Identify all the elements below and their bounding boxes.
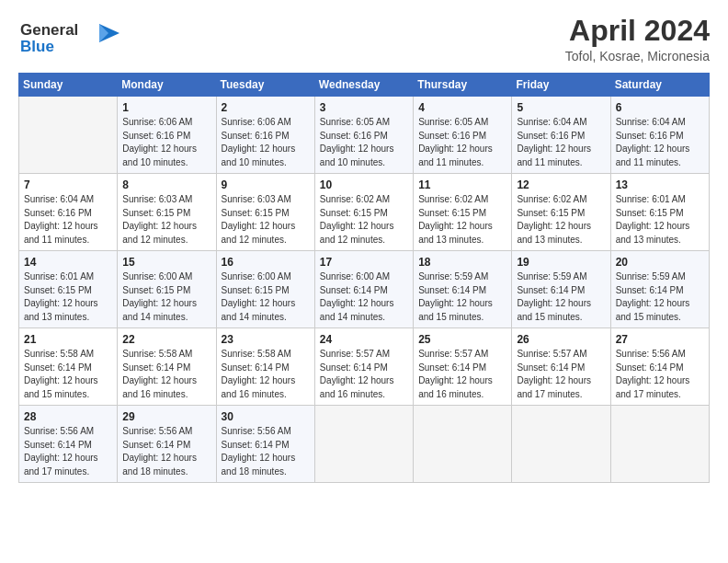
- day-number: 6: [616, 101, 704, 114]
- calendar-cell: [610, 406, 709, 483]
- day-number: 21: [24, 333, 112, 346]
- day-number: 27: [616, 333, 704, 346]
- calendar-cell: 5Sunrise: 6:04 AMSunset: 6:16 PMDaylight…: [512, 97, 610, 174]
- calendar-cell: 29Sunrise: 5:56 AMSunset: 6:14 PMDayligh…: [118, 406, 216, 483]
- day-number: 17: [320, 256, 408, 269]
- calendar-cell: 21Sunrise: 5:58 AMSunset: 6:14 PMDayligh…: [19, 328, 118, 406]
- day-detail: Sunrise: 6:04 AMSunset: 6:16 PMDaylight:…: [616, 116, 704, 169]
- calendar-cell: 11Sunrise: 6:02 AMSunset: 6:15 PMDayligh…: [414, 174, 512, 251]
- day-detail: Sunrise: 6:01 AMSunset: 6:15 PMDaylight:…: [24, 270, 112, 324]
- calendar-cell: 20Sunrise: 5:59 AMSunset: 6:14 PMDayligh…: [610, 251, 709, 328]
- calendar-cell: 22Sunrise: 5:58 AMSunset: 6:14 PMDayligh…: [118, 328, 216, 406]
- calendar-cell: 13Sunrise: 6:01 AMSunset: 6:15 PMDayligh…: [610, 174, 709, 251]
- title-block: April 2024 Tofol, Kosrae, Micronesia: [565, 15, 710, 63]
- day-detail: Sunrise: 5:56 AMSunset: 6:14 PMDaylight:…: [222, 425, 310, 478]
- day-detail: Sunrise: 6:00 AMSunset: 6:15 PMDaylight:…: [122, 270, 210, 324]
- weekday-header-sunday: Sunday: [19, 74, 118, 97]
- day-number: 11: [418, 178, 506, 191]
- day-detail: Sunrise: 5:58 AMSunset: 6:14 PMDaylight:…: [24, 348, 112, 401]
- day-number: 29: [122, 410, 210, 423]
- calendar-cell: 25Sunrise: 5:57 AMSunset: 6:14 PMDayligh…: [414, 328, 512, 406]
- day-detail: Sunrise: 5:56 AMSunset: 6:14 PMDaylight:…: [122, 425, 210, 478]
- week-row-2: 7Sunrise: 6:04 AMSunset: 6:16 PMDaylight…: [19, 174, 710, 251]
- calendar-page: General Blue April 2024 Tofol, Kosrae, M…: [0, 0, 728, 563]
- day-detail: Sunrise: 6:06 AMSunset: 6:16 PMDaylight:…: [222, 116, 310, 169]
- calendar-cell: 18Sunrise: 5:59 AMSunset: 6:14 PMDayligh…: [414, 251, 512, 328]
- day-number: 26: [517, 333, 605, 346]
- calendar-cell: [314, 406, 413, 483]
- day-number: 22: [122, 333, 210, 346]
- header: General Blue April 2024 Tofol, Kosrae, M…: [18, 15, 710, 63]
- calendar-cell: 27Sunrise: 5:56 AMSunset: 6:14 PMDayligh…: [610, 328, 709, 406]
- week-row-4: 21Sunrise: 5:58 AMSunset: 6:14 PMDayligh…: [19, 328, 710, 406]
- week-row-5: 28Sunrise: 5:56 AMSunset: 6:14 PMDayligh…: [19, 406, 710, 483]
- calendar-cell: 6Sunrise: 6:04 AMSunset: 6:16 PMDaylight…: [610, 97, 709, 174]
- day-detail: Sunrise: 6:06 AMSunset: 6:16 PMDaylight:…: [122, 116, 210, 169]
- calendar-cell: 16Sunrise: 6:00 AMSunset: 6:15 PMDayligh…: [216, 251, 314, 328]
- weekday-header-saturday: Saturday: [610, 74, 709, 97]
- day-number: 7: [24, 178, 112, 191]
- day-detail: Sunrise: 6:05 AMSunset: 6:16 PMDaylight:…: [418, 116, 506, 169]
- calendar-cell: 17Sunrise: 6:00 AMSunset: 6:14 PMDayligh…: [314, 251, 413, 328]
- calendar-cell: 7Sunrise: 6:04 AMSunset: 6:16 PMDaylight…: [19, 174, 118, 251]
- svg-text:General: General: [20, 21, 78, 39]
- day-number: 10: [320, 178, 408, 191]
- day-number: 5: [517, 101, 605, 114]
- day-detail: Sunrise: 6:04 AMSunset: 6:16 PMDaylight:…: [517, 116, 605, 169]
- week-row-3: 14Sunrise: 6:01 AMSunset: 6:15 PMDayligh…: [19, 251, 710, 328]
- main-title: April 2024: [565, 15, 710, 47]
- day-number: 19: [517, 256, 605, 269]
- calendar-cell: 15Sunrise: 6:00 AMSunset: 6:15 PMDayligh…: [118, 251, 216, 328]
- day-detail: Sunrise: 6:03 AMSunset: 6:15 PMDaylight:…: [222, 193, 310, 247]
- day-detail: Sunrise: 6:05 AMSunset: 6:16 PMDaylight:…: [320, 116, 408, 169]
- day-number: 4: [418, 101, 506, 114]
- calendar-cell: 19Sunrise: 5:59 AMSunset: 6:14 PMDayligh…: [512, 251, 610, 328]
- day-number: 9: [222, 178, 310, 191]
- day-number: 1: [122, 101, 210, 114]
- day-detail: Sunrise: 6:02 AMSunset: 6:15 PMDaylight:…: [418, 193, 506, 247]
- day-number: 24: [320, 333, 408, 346]
- day-number: 16: [222, 256, 310, 269]
- day-detail: Sunrise: 5:58 AMSunset: 6:14 PMDaylight:…: [122, 348, 210, 401]
- day-number: 18: [418, 256, 506, 269]
- calendar-cell: 14Sunrise: 6:01 AMSunset: 6:15 PMDayligh…: [19, 251, 118, 328]
- calendar-cell: 4Sunrise: 6:05 AMSunset: 6:16 PMDaylight…: [414, 97, 512, 174]
- day-number: 28: [24, 410, 112, 423]
- day-detail: Sunrise: 6:03 AMSunset: 6:15 PMDaylight:…: [122, 193, 210, 247]
- calendar-cell: 12Sunrise: 6:02 AMSunset: 6:15 PMDayligh…: [512, 174, 610, 251]
- calendar-cell: 26Sunrise: 5:57 AMSunset: 6:14 PMDayligh…: [512, 328, 610, 406]
- calendar-cell: [414, 406, 512, 483]
- day-detail: Sunrise: 5:57 AMSunset: 6:14 PMDaylight:…: [320, 348, 408, 401]
- weekday-header-thursday: Thursday: [414, 74, 512, 97]
- weekday-header-wednesday: Wednesday: [314, 74, 413, 97]
- day-detail: Sunrise: 5:58 AMSunset: 6:14 PMDaylight:…: [222, 348, 310, 401]
- day-number: 13: [616, 178, 704, 191]
- day-number: 14: [24, 256, 112, 269]
- week-row-1: 1Sunrise: 6:06 AMSunset: 6:16 PMDaylight…: [19, 97, 710, 174]
- calendar-cell: 10Sunrise: 6:02 AMSunset: 6:15 PMDayligh…: [314, 174, 413, 251]
- day-number: 12: [517, 178, 605, 191]
- calendar-cell: 3Sunrise: 6:05 AMSunset: 6:16 PMDaylight…: [314, 97, 413, 174]
- day-number: 25: [418, 333, 506, 346]
- logo: General Blue: [18, 15, 119, 63]
- day-number: 30: [222, 410, 310, 423]
- svg-text:Blue: Blue: [20, 38, 54, 55]
- day-detail: Sunrise: 6:01 AMSunset: 6:15 PMDaylight:…: [616, 193, 704, 247]
- day-number: 20: [616, 256, 704, 269]
- calendar-cell: 8Sunrise: 6:03 AMSunset: 6:15 PMDaylight…: [118, 174, 216, 251]
- calendar-cell: 30Sunrise: 5:56 AMSunset: 6:14 PMDayligh…: [216, 406, 314, 483]
- day-number: 2: [222, 101, 310, 114]
- calendar-cell: 28Sunrise: 5:56 AMSunset: 6:14 PMDayligh…: [19, 406, 118, 483]
- subtitle: Tofol, Kosrae, Micronesia: [565, 49, 710, 63]
- calendar-cell: 9Sunrise: 6:03 AMSunset: 6:15 PMDaylight…: [216, 174, 314, 251]
- calendar-cell: 1Sunrise: 6:06 AMSunset: 6:16 PMDaylight…: [118, 97, 216, 174]
- weekday-header-friday: Friday: [512, 74, 610, 97]
- calendar-cell: 2Sunrise: 6:06 AMSunset: 6:16 PMDaylight…: [216, 97, 314, 174]
- day-detail: Sunrise: 5:59 AMSunset: 6:14 PMDaylight:…: [517, 270, 605, 324]
- calendar-cell: [19, 97, 118, 174]
- calendar-cell: [512, 406, 610, 483]
- day-detail: Sunrise: 5:56 AMSunset: 6:14 PMDaylight:…: [24, 425, 112, 478]
- logo-text: General Blue: [18, 15, 119, 63]
- weekday-header-row: SundayMondayTuesdayWednesdayThursdayFrid…: [19, 74, 710, 97]
- day-detail: Sunrise: 5:57 AMSunset: 6:14 PMDaylight:…: [418, 348, 506, 401]
